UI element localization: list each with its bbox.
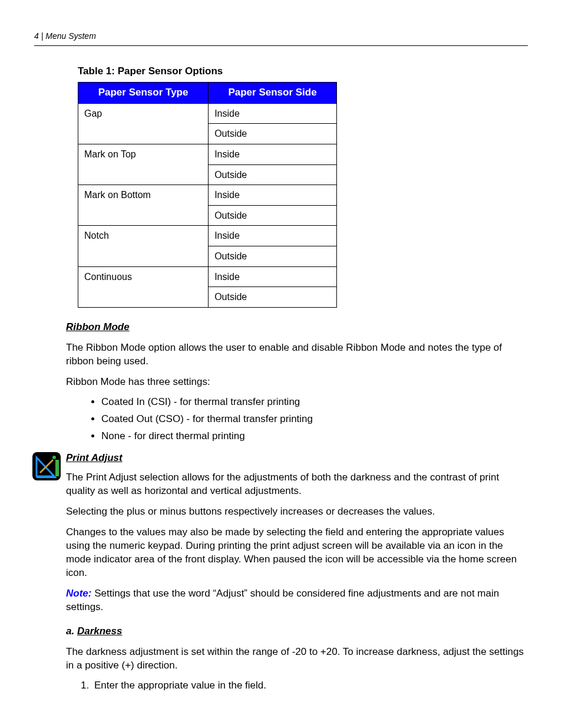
darkness-steps: Enter the appropriate value in the field…	[66, 679, 528, 693]
cell-side: Outside	[209, 164, 337, 185]
print-adjust-icon	[32, 452, 61, 481]
body-text: Changes to the values may also be made b…	[66, 526, 528, 580]
table-header-side: Paper Sensor Side	[209, 82, 337, 103]
cell-type: Continuous	[78, 266, 209, 307]
cell-type: Mark on Top	[78, 144, 209, 185]
cell-side: Outside	[209, 205, 337, 226]
note-text: Settings that use the word “Adjust” shou…	[66, 588, 499, 612]
list-item: Enter the appropriate value in the field…	[92, 679, 528, 693]
table-header-type: Paper Sensor Type	[78, 82, 209, 103]
note-label: Note:	[66, 588, 91, 599]
body-text: The Print Adjust selection allows for th…	[66, 471, 528, 498]
darkness-title: Darkness	[77, 625, 123, 637]
table-row: NotchInside	[78, 226, 337, 246]
table-row: Mark on TopInside	[78, 144, 337, 164]
body-text: Selecting the plus or minus buttons resp…	[66, 505, 528, 519]
chapter-title: Menu System	[45, 31, 96, 41]
cell-type: Gap	[78, 103, 209, 144]
ribbon-settings-list: Coated In (CSI) - for thermal transfer p…	[66, 396, 528, 443]
cell-type: Mark on Bottom	[78, 185, 209, 226]
cell-side: Outside	[209, 246, 337, 266]
cell-side: Inside	[209, 185, 337, 206]
print-adjust-heading: Print Adjust	[66, 452, 528, 465]
table-row: ContinuousInside	[78, 266, 337, 287]
cell-side: Outside	[209, 124, 337, 144]
body-text: The Ribbon Mode option allows the user t…	[66, 341, 528, 368]
svg-rect-4	[55, 460, 59, 476]
svg-point-2	[52, 456, 56, 459]
note-paragraph: Note: Settings that use the word “Adjust…	[66, 587, 528, 614]
paper-sensor-table: Paper Sensor Type Paper Sensor Side GapI…	[78, 82, 337, 308]
cell-side: Inside	[209, 103, 337, 124]
body-text: Ribbon Mode has three settings:	[66, 375, 528, 389]
page-header: 4 | Menu System	[34, 31, 528, 46]
chapter-number: 4	[34, 31, 39, 41]
list-item: Coated In (CSI) - for thermal transfer p…	[101, 396, 528, 409]
table-row: GapInside	[78, 103, 337, 124]
darkness-heading: a. Darkness	[66, 625, 528, 638]
list-item: Coated Out (CSO) - for thermal transfer …	[101, 413, 528, 426]
cell-side: Inside	[209, 266, 337, 287]
cell-type: Notch	[78, 226, 209, 266]
cell-side: Outside	[209, 287, 337, 308]
body-text: The darkness adjustment is set within th…	[66, 645, 528, 673]
cell-side: Inside	[209, 226, 337, 246]
list-item: None - for direct thermal printing	[101, 430, 528, 443]
ribbon-mode-heading: Ribbon Mode	[66, 321, 528, 334]
table-row: Mark on BottomInside	[78, 185, 337, 206]
table-caption: Table 1: Paper Sensor Options	[78, 65, 528, 78]
cell-side: Inside	[209, 144, 337, 164]
darkness-prefix: a.	[66, 625, 77, 637]
chapter-sep: |	[39, 31, 45, 41]
